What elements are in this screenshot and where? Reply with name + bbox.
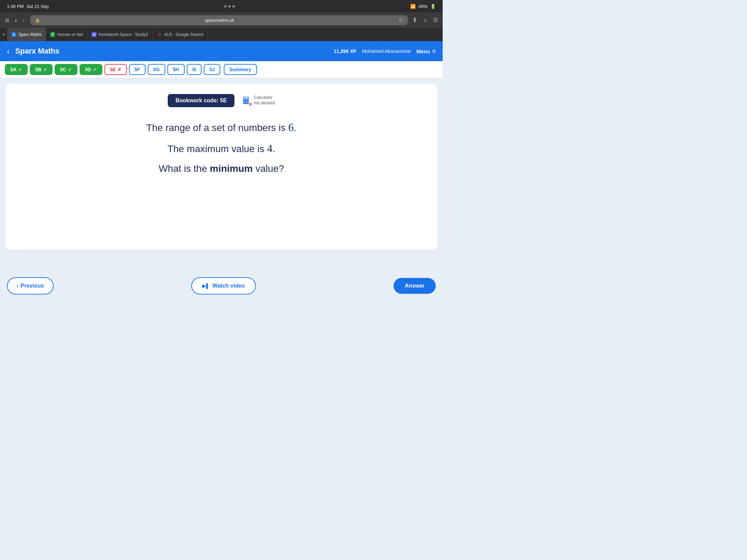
tab-5C-check: ✓ (68, 67, 72, 72)
browser-tabs: ✕ S Sparx Maths ? Human or Not ✦ Homewor… (0, 28, 443, 41)
tab-5C-label: 5C (60, 67, 66, 72)
tab-5B-check: ✓ (43, 67, 47, 72)
tab-google-label: 41/5 - Google Search (164, 32, 203, 37)
status-bar: 1:46 PM Sat 21 Sep 📶 49% 🔋 (0, 0, 443, 12)
battery-status: 49% (418, 4, 427, 9)
question-line-3: What is the minimum value? (19, 163, 423, 174)
menu-button[interactable]: Menu ≡ (416, 48, 436, 55)
tab-5J-label: 5J (209, 67, 215, 72)
hamburger-icon: ≡ (432, 48, 436, 55)
watch-video-label: Watch video (212, 283, 245, 289)
tab-5F-label: 5F (135, 67, 140, 72)
task-tabs: 5A ✓ 5B ✓ 5C ✓ 5D ✓ 5E ✗ 5F 5G 5H 5I 5J … (0, 61, 443, 78)
tab-5E-label: 5E (110, 67, 116, 72)
tab-5J[interactable]: 5J (204, 64, 220, 75)
sidebar-icon[interactable]: ⊞ (5, 17, 9, 24)
previous-label: Previous (20, 283, 44, 289)
app-logo: Sparx Maths (15, 47, 59, 56)
human-favicon: ? (50, 32, 55, 37)
tab-5C[interactable]: 5C ✓ (55, 64, 77, 75)
tab-google[interactable]: G 41/5 - Google Search (153, 28, 208, 41)
tab-5B[interactable]: 5B ✓ (30, 64, 53, 75)
app-back-button[interactable]: ‹ (7, 47, 10, 55)
answer-label: Answer (405, 283, 425, 289)
tab-5F[interactable]: 5F (129, 64, 146, 75)
browser-nav-buttons: ‹ › (13, 17, 26, 24)
wifi-icon: 📶 (410, 4, 416, 9)
sparx-favicon: S (11, 32, 16, 37)
tab-summary-label: Summary (229, 67, 251, 72)
tab-5E[interactable]: 5E ✗ (104, 64, 127, 75)
calculator-info: 🖩 ✕ Calculatornot allowed (241, 95, 275, 106)
question-card: Bookwork code: 5E 🖩 ✕ Calculatornot allo… (6, 84, 437, 250)
address-bar[interactable]: 🔒 sparxmaths.uk ↻ (30, 15, 408, 25)
calculator-x-icon: ✕ (248, 102, 252, 107)
tab-5I[interactable]: 5I (187, 64, 202, 75)
forward-button[interactable]: › (21, 17, 26, 24)
tabs-icon[interactable]: ⧉ (433, 16, 438, 25)
status-bar-right: 📶 49% 🔋 (410, 4, 436, 9)
status-time: 1:46 PM (7, 4, 24, 9)
refresh-icon[interactable]: ↻ (399, 17, 403, 24)
previous-chevron: ‹ (17, 283, 18, 289)
previous-button[interactable]: ‹ Previous (7, 277, 54, 295)
xp-badge: 11,266 XP (334, 48, 356, 54)
tab-5A-check: ✓ (18, 67, 22, 72)
bookwork-code: Bookwork code: 5E (168, 94, 234, 107)
battery-icon: 🔋 (430, 4, 436, 9)
close-tab-button[interactable]: ✕ (0, 28, 7, 41)
browser-toolbar: ⊞ ‹ › 🔒 sparxmaths.uk ↻ ⬆ ＋ ⧉ (5, 15, 438, 25)
calculator-label: Calculatornot allowed (254, 95, 275, 106)
google-favicon: G (157, 32, 162, 37)
tab-sparx-label: Sparx Maths (18, 32, 42, 37)
studyx-favicon: ✦ (92, 32, 96, 37)
question-line-1: The range of a set of numbers is 6. (19, 121, 423, 134)
add-tab-icon[interactable]: ＋ (422, 16, 428, 25)
range-value: 6 (288, 121, 294, 133)
status-bar-dots (224, 5, 235, 8)
question-text: The range of a set of numbers is 6. The … (19, 121, 423, 174)
tab-summary[interactable]: Summary (224, 64, 257, 75)
lock-icon: 🔒 (35, 18, 40, 23)
tab-human-label: Human or Not (57, 32, 83, 37)
menu-label: Menu (416, 48, 430, 54)
max-value: 4 (267, 142, 273, 155)
calculator-icon-wrap: 🖩 ✕ (241, 95, 251, 106)
answer-button[interactable]: Answer (394, 278, 436, 294)
tab-human[interactable]: ? Human or Not (46, 28, 87, 41)
browser-chrome: ⊞ ‹ › 🔒 sparxmaths.uk ↻ ⬆ ＋ ⧉ (0, 12, 443, 28)
tab-5G[interactable]: 5G (148, 64, 165, 75)
tab-5A-label: 5A (10, 67, 17, 72)
app-header: ‹ Sparx Maths 11,266 XP Mohamed Abouamma… (0, 41, 443, 61)
tab-5B-label: 5B (35, 67, 42, 72)
tab-5E-xmark: ✗ (118, 67, 121, 72)
tab-5H-label: 5H (173, 67, 179, 72)
bottom-bar: ‹ Previous ▶▌ Watch video Answer (0, 272, 443, 300)
tab-studyx-label: Homework Space - StudyX (99, 32, 148, 37)
tab-sparx[interactable]: S Sparx Maths (7, 28, 46, 41)
tab-5D[interactable]: 5D ✓ (80, 64, 102, 75)
tab-5D-label: 5D (85, 67, 91, 72)
bookwork-row: Bookwork code: 5E 🖩 ✕ Calculatornot allo… (19, 94, 423, 107)
tab-5D-check: ✓ (93, 67, 97, 72)
watch-video-button[interactable]: ▶▌ Watch video (191, 277, 256, 295)
tab-5H[interactable]: 5H (167, 64, 185, 75)
tab-5I-label: 5I (192, 67, 196, 72)
play-icon: ▶▌ (202, 283, 210, 289)
browser-actions: ⬆ ＋ ⧉ (412, 16, 438, 25)
tab-5A[interactable]: 5A ✓ (5, 64, 28, 75)
status-bar-left: 1:46 PM Sat 21 Sep (7, 4, 49, 9)
status-date: Sat 21 Sep (26, 4, 48, 9)
tab-5G-label: 5G (153, 67, 160, 72)
tab-studyx[interactable]: ✦ Homework Space - StudyX (87, 28, 153, 41)
user-name: Mohamed Abouammar (362, 48, 411, 54)
question-line-2: The maximum value is 4. (19, 142, 423, 155)
url-text: sparxmaths.uk (43, 18, 396, 23)
share-icon[interactable]: ⬆ (412, 16, 417, 25)
minimum-word: minimum (210, 163, 253, 174)
back-button[interactable]: ‹ (13, 17, 18, 24)
main-content: Bookwork code: 5E 🖩 ✕ Calculatornot allo… (0, 78, 443, 272)
